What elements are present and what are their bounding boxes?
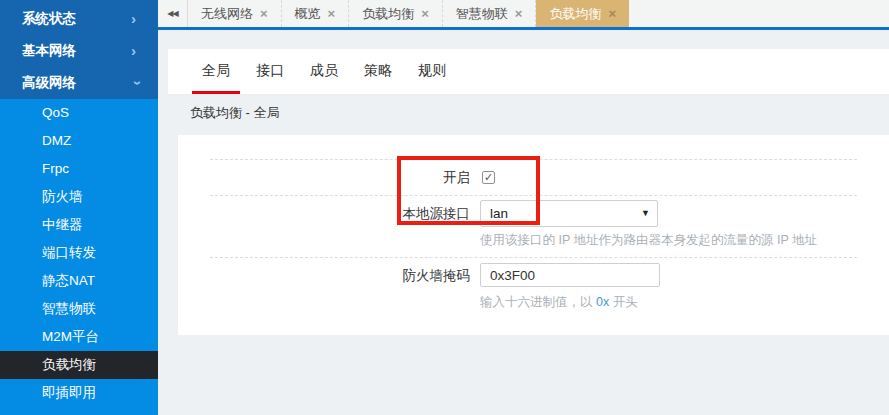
tab-label: 概览	[295, 5, 321, 23]
tab-interface[interactable]: 接口	[246, 49, 294, 94]
sidebar-item-m2m-platform[interactable]: M2M平台	[0, 323, 158, 351]
tab-label: 无线网络	[201, 5, 253, 23]
sidebar-item-plug-and-play[interactable]: 即插即用	[0, 379, 158, 407]
sidebar-item-port-forwarding[interactable]: 端口转发	[0, 239, 158, 267]
sidebar: 系统状态 › 基本网络 › 高级网络 › QoS DMZ Frpc 防火墙 中继…	[0, 0, 158, 415]
section-tabs: 全局 接口 成员 策略 规则	[168, 49, 889, 94]
tab-overview[interactable]: 概览 ×	[282, 0, 350, 27]
sidebar-item-system-status[interactable]: 系统状态 ›	[0, 3, 158, 35]
sidebar-item-basic-network[interactable]: 基本网络 ›	[0, 35, 158, 67]
firewall-mask-label: 防火墙掩码	[210, 263, 480, 311]
tab-label: 智慧物联	[456, 5, 508, 23]
tab-global[interactable]: 全局	[192, 49, 240, 94]
sidebar-top-menu: 系统状态 › 基本网络 › 高级网络 ›	[0, 0, 158, 99]
chevron-right-icon: ›	[131, 35, 136, 67]
help-suffix: 开头	[609, 295, 637, 309]
close-icon[interactable]: ×	[421, 6, 429, 21]
sidebar-item-advanced-network[interactable]: 高级网络 ›	[0, 67, 158, 99]
double-left-arrow-icon: ◀◀	[167, 9, 177, 18]
form-row-local-source-interface: 本地源接口 lan ▼ 使用该接口的 IP 地址作为路由器本身发起的流量的源 I…	[210, 195, 857, 257]
tab-smart-iot[interactable]: 智慧物联 ×	[443, 0, 537, 27]
open-tabs-bar: ◀◀ 无线网络 × 概览 × 负载均衡 × 智慧物联 × 负载均衡 ×	[158, 0, 889, 30]
firewall-mask-field: 输入十六进制值，以 0x 开头	[480, 263, 660, 311]
tab-member[interactable]: 成员	[300, 49, 348, 94]
sidebar-item-load-balancing[interactable]: 负载均衡	[0, 351, 158, 379]
form-row-enable: 开启 ✓	[210, 159, 857, 195]
close-icon[interactable]: ×	[608, 6, 616, 21]
chevron-down-icon: ›	[122, 81, 154, 86]
tab-load-balancing-active[interactable]: 负载均衡 ×	[536, 0, 629, 27]
form-panel: 开启 ✓ 本地源接口 lan ▼ 使用该接口的 IP 地址作为路由器本身发起的流…	[178, 135, 889, 335]
local-source-interface-help: 使用该接口的 IP 地址作为路由器本身发起的流量的源 IP 地址	[480, 232, 817, 249]
close-icon[interactable]: ×	[260, 6, 268, 21]
sidebar-sub-menu: QoS DMZ Frpc 防火墙 中继器 端口转发 静态NAT 智慧物联 M2M…	[0, 99, 158, 415]
tab-policy[interactable]: 策略	[354, 49, 402, 94]
firewall-mask-input[interactable]	[480, 263, 660, 287]
dropdown-arrow-icon: ▼	[641, 201, 650, 226]
tab-label: 负载均衡	[362, 5, 414, 23]
main-content: ◀◀ 无线网络 × 概览 × 负载均衡 × 智慧物联 × 负载均衡 × 全局 接…	[158, 0, 889, 415]
local-source-interface-field: lan ▼ 使用该接口的 IP 地址作为路由器本身发起的流量的源 IP 地址	[480, 200, 817, 249]
chevron-right-icon: ›	[131, 3, 136, 35]
sidebar-item-dmz[interactable]: DMZ	[0, 127, 158, 155]
local-source-interface-label: 本地源接口	[210, 200, 480, 249]
enable-checkbox[interactable]: ✓	[482, 171, 495, 184]
sidebar-item-frpc[interactable]: Frpc	[0, 155, 158, 183]
help-code: 0x	[596, 295, 609, 309]
form-row-firewall-mask: 防火墙掩码 输入十六进制值，以 0x 开头	[210, 257, 857, 321]
check-icon: ✓	[484, 171, 493, 183]
local-source-interface-select[interactable]: lan ▼	[480, 200, 658, 227]
global-settings-form: 开启 ✓ 本地源接口 lan ▼ 使用该接口的 IP 地址作为路由器本身发起的流…	[210, 135, 857, 321]
selected-value: lan	[490, 206, 508, 221]
close-icon[interactable]: ×	[328, 6, 336, 21]
sidebar-item-firewall[interactable]: 防火墙	[0, 183, 158, 211]
help-prefix: 输入十六进制值，以	[480, 295, 596, 309]
firewall-mask-help: 输入十六进制值，以 0x 开头	[480, 294, 660, 311]
sidebar-item-repeater[interactable]: 中继器	[0, 211, 158, 239]
breadcrumb: 负载均衡 - 全局	[158, 94, 889, 132]
sidebar-item-smart-iot[interactable]: 智慧物联	[0, 295, 158, 323]
tab-label: 负载均衡	[549, 5, 601, 23]
sidebar-item-qos[interactable]: QoS	[0, 99, 158, 127]
sidebar-item-label: 系统状态	[22, 11, 76, 26]
sidebar-item-label: 高级网络	[22, 75, 76, 90]
close-icon[interactable]: ×	[515, 6, 523, 21]
tab-wireless-network[interactable]: 无线网络 ×	[188, 0, 282, 27]
enable-label: 开启	[210, 160, 480, 196]
sidebar-item-static-nat[interactable]: 静态NAT	[0, 267, 158, 295]
collapse-tabs-button[interactable]: ◀◀	[158, 0, 188, 27]
tab-load-balancing[interactable]: 负载均衡 ×	[349, 0, 443, 27]
sidebar-item-label: 基本网络	[22, 43, 76, 58]
tab-rule[interactable]: 规则	[408, 49, 456, 94]
